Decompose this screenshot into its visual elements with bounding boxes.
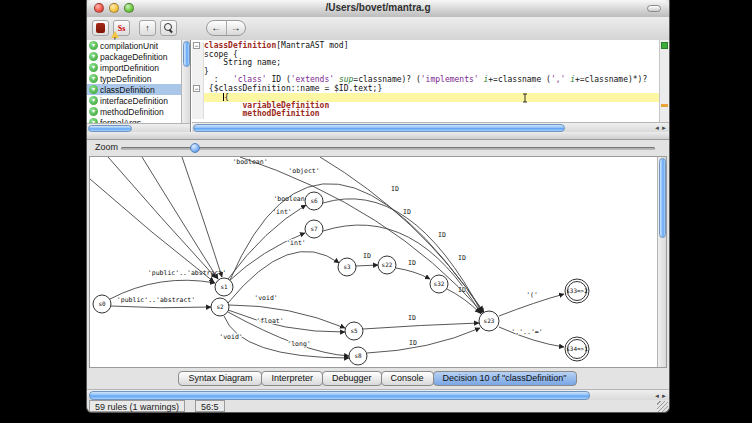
gutter-cell	[192, 68, 204, 77]
tab-syntax-diagram[interactable]: Syntax Diagram	[178, 371, 262, 386]
rule-item-packageDefinition[interactable]: ▾packageDefinition	[87, 51, 182, 62]
rule-item-typeDefinition[interactable]: ▾typeDefinition	[87, 73, 182, 84]
dfa-edge	[228, 251, 339, 303]
warning-mark[interactable]	[661, 104, 668, 107]
dfa-edge	[108, 157, 216, 278]
rule-label: interfaceDefinition	[100, 96, 168, 106]
rule-item-methodDefinition[interactable]: ▾methodDefinition	[87, 106, 182, 117]
edge-label: 'float'	[256, 317, 283, 325]
code-line[interactable]: −classDefinition[MantraAST mod]	[192, 42, 659, 51]
zoom-slider-thumb[interactable]	[190, 143, 200, 153]
forward-button[interactable]: →	[226, 21, 246, 35]
edge-label: 'public'..'abstract'	[117, 296, 195, 304]
code-line[interactable]: String name;	[192, 59, 659, 68]
warning-icon	[111, 31, 119, 38]
analysis-ok-icon	[661, 42, 668, 49]
state-label: s22	[382, 261, 393, 268]
editor-hscroll-thumb[interactable]	[193, 124, 565, 132]
bottom-pane: Zoom 'public'..'abstract''public'..'abst…	[87, 139, 669, 389]
dfa-diagram: 'public'..'abstract''public'..'abstract'…	[90, 157, 650, 367]
dfa-edge	[142, 157, 218, 279]
rule-item-importDefinition[interactable]: ▾importDefinition	[87, 62, 182, 73]
rule-label: typeDefinition	[100, 74, 152, 84]
edge-label: ID	[408, 259, 416, 267]
zoom-label: Zoom	[95, 142, 118, 152]
state-label: s5	[350, 327, 358, 334]
scroll-arrows-icon[interactable]: ◄►	[654, 125, 668, 131]
rule-label: classDefinition	[100, 85, 155, 95]
diagram-hscroll-thumb[interactable]	[89, 391, 590, 400]
rule-icon: ▾	[89, 52, 98, 61]
grammar-button[interactable]	[92, 20, 109, 36]
diagram-hscrollbar[interactable]: ◄►	[87, 389, 669, 400]
rule-icon: ▾	[89, 63, 98, 72]
navigation-capsule: ← →	[206, 20, 246, 36]
code-line[interactable]: methodDefinition	[192, 110, 659, 119]
state-label: s2	[216, 303, 224, 310]
goto-rule-button[interactable]: ↑	[139, 20, 156, 36]
decision-diagram-canvas[interactable]: 'public'..'abstract''public'..'abstract'…	[89, 156, 667, 368]
antlrworks-window: /Users/bovet/mantra.g Ss ↑ ← → ▾compilat…	[86, 0, 670, 413]
caret-position-status: 56:5	[195, 400, 225, 412]
rule-item-classDefinition[interactable]: ▾classDefinition	[87, 84, 182, 95]
line-text: {$classDefinition::name = $ID.text;}	[204, 85, 659, 94]
gutter-cell	[192, 76, 204, 85]
state-label: s8	[354, 352, 362, 359]
rule-list-hscrollbar[interactable]	[87, 123, 191, 132]
back-button[interactable]: ←	[207, 21, 226, 35]
gutter-cell	[192, 59, 204, 68]
dfa-edge	[356, 265, 378, 266]
rule-label: methodDefinition	[100, 107, 164, 117]
diagram-vscroll-thumb[interactable]	[659, 158, 666, 238]
rule-icon: ▾	[89, 107, 98, 116]
edge-label: 'void'	[219, 333, 242, 341]
rule-list-vscroll-thumb[interactable]	[183, 41, 190, 67]
tab-debugger[interactable]: Debugger	[322, 371, 382, 386]
rule-item-interfaceDefinition[interactable]: ▾interfaceDefinition	[87, 95, 182, 106]
gutter-cell	[192, 110, 204, 119]
fold-toggle-icon[interactable]: −	[193, 85, 200, 92]
state-label: s7	[310, 225, 318, 232]
edge-label: 'int'	[286, 239, 306, 247]
dfa-edge	[90, 179, 214, 282]
rule-list-hscroll-thumb[interactable]	[88, 125, 132, 132]
token: {$classDefinition::name = $ID.text;}	[204, 84, 382, 93]
rule-item-compilationUnit[interactable]: ▾compilationUnit	[87, 40, 182, 51]
token: +=classname (	[488, 75, 551, 84]
fold-toggle-icon[interactable]: −	[193, 42, 200, 49]
edge-label: ID	[408, 314, 416, 322]
rule-list-vscrollbar[interactable]	[181, 40, 190, 123]
zoom-slider[interactable]	[121, 147, 655, 150]
dfa-edge	[363, 323, 479, 329]
code-line[interactable]: − {$classDefinition::name = $ID.text;}	[192, 85, 659, 94]
token	[204, 109, 243, 118]
token: ','	[551, 75, 565, 84]
code-area[interactable]: −classDefinition[MantraAST mod]scope { S…	[192, 40, 659, 124]
tab-console[interactable]: Console	[381, 371, 434, 386]
status-bar: 59 rules (1 warnings) 56:5	[87, 400, 669, 413]
toolbar-toggle-pill[interactable]	[647, 5, 661, 12]
window-title: /Users/bovet/mantra.g	[87, 2, 669, 13]
token: methodDefinition	[243, 109, 320, 118]
titlebar[interactable]: /Users/bovet/mantra.g	[87, 0, 669, 18]
token: 'implements'	[421, 75, 479, 84]
edge-label: ID	[409, 339, 417, 347]
forward-icon: →	[231, 22, 241, 33]
dfa-edge	[367, 328, 480, 353]
tab-interpreter[interactable]: Interpreter	[261, 371, 323, 386]
rule-icon: ▾	[89, 96, 98, 105]
editor-hscrollbar[interactable]: ◄►	[192, 122, 669, 132]
check-grammar-button[interactable]: Ss	[113, 20, 130, 36]
back-icon: ←	[211, 22, 221, 33]
diagram-vscrollbar[interactable]	[657, 157, 666, 367]
grammar-editor[interactable]: −classDefinition[MantraAST mod]scope { S…	[192, 40, 669, 132]
scroll-arrows-icon[interactable]: ◄►	[654, 393, 668, 399]
toolbar: Ss ↑ ← →	[87, 17, 669, 41]
resize-grip[interactable]	[657, 401, 668, 412]
dfa-edge	[396, 268, 430, 279]
tab-decision-10-of-classdefinition-[interactable]: Decision 10 of "classDefinition"	[433, 371, 577, 386]
state-label: s34=>1	[566, 345, 588, 352]
edge-label: ID	[363, 252, 371, 260]
ibeam-cursor	[522, 93, 529, 103]
find-button[interactable]	[160, 20, 177, 36]
